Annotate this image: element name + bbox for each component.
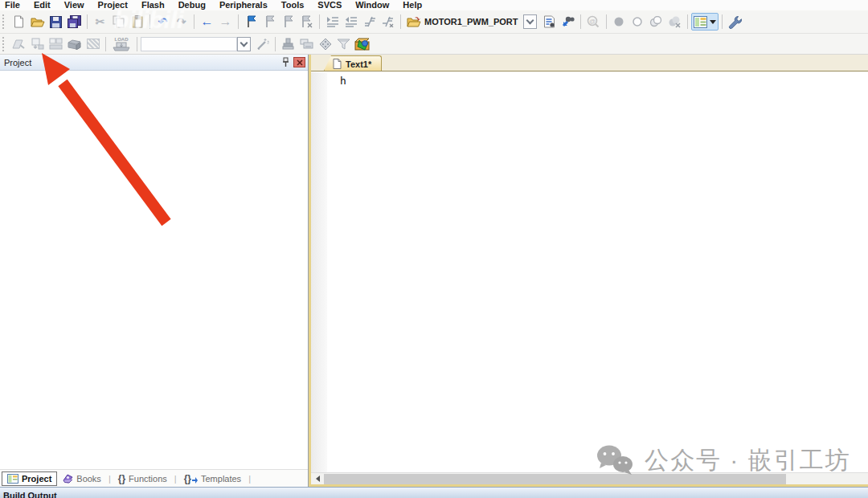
cut-icon[interactable]: ✂ [91, 13, 109, 31]
manage-multiproject-icon[interactable] [297, 36, 316, 52]
menu-tools[interactable]: Tools [281, 0, 305, 10]
rebuild-icon[interactable] [47, 36, 65, 52]
tab-books[interactable]: Books [57, 471, 106, 485]
find-combo-value[interactable]: MOTOR1_PWM_PORT [423, 17, 523, 27]
navigate-forward-icon[interactable]: → [216, 13, 235, 31]
menu-flash[interactable]: Flash [141, 0, 165, 10]
tab-project[interactable]: Project [2, 471, 57, 486]
find-edit-icon[interactable] [540, 13, 559, 31]
open-folder-icon[interactable] [28, 13, 47, 31]
tab-books-label: Books [76, 474, 101, 484]
debug-restore-views-button[interactable] [691, 13, 719, 31]
books-icon [62, 473, 73, 484]
paste-icon[interactable] [128, 13, 146, 31]
pack-installer-icon[interactable] [353, 36, 371, 52]
manage-project-items-icon[interactable] [279, 36, 297, 52]
build-icon[interactable] [28, 36, 47, 52]
project-tree[interactable] [0, 71, 308, 469]
disable-all-breakpoints-icon[interactable] [647, 13, 665, 31]
comment-icon[interactable] [360, 13, 379, 31]
open-search-icon[interactable] [404, 13, 423, 31]
indent-left-icon[interactable] [342, 13, 360, 31]
separator [137, 37, 137, 51]
menu-edit[interactable]: Edit [34, 0, 51, 10]
separator [275, 37, 276, 51]
scroll-left-button[interactable] [311, 473, 324, 484]
menu-svcs[interactable]: SVCS [317, 0, 342, 10]
find-combo-dropdown[interactable] [523, 14, 537, 29]
editor-tabbar: Text1* [311, 55, 868, 71]
tab-templates[interactable]: {} Templates [179, 471, 246, 486]
menu-debug[interactable]: Debug [178, 0, 206, 10]
main-area: Project Project Books | {} [0, 55, 868, 487]
chevron-down-icon [240, 39, 248, 47]
copy-icon[interactable] [109, 13, 128, 31]
menu-help[interactable]: Help [403, 0, 422, 10]
select-packs-icon[interactable] [334, 36, 353, 52]
select-target-dropdown[interactable] [237, 37, 251, 51]
separator [400, 14, 401, 29]
hatch-pattern [87, 39, 100, 49]
insert-bookmark-icon[interactable] [242, 13, 260, 31]
build-output-label: Build Output [3, 491, 57, 498]
download-load-icon[interactable]: LOAD [109, 37, 133, 51]
find-at-icon[interactable]: @ [584, 13, 603, 31]
separator [319, 14, 320, 29]
editor-content[interactable]: h [311, 71, 868, 472]
undo-icon[interactable]: ↶ [154, 13, 172, 31]
editor-tab-text1[interactable]: Text1* [324, 55, 382, 71]
horizontal-scrollbar[interactable] [311, 472, 868, 484]
menu-peripherals[interactable]: Peripherals [219, 0, 268, 10]
separator [238, 14, 239, 29]
build-toolbar: LOAD [0, 34, 868, 55]
scroll-left-icon [316, 476, 320, 482]
menu-project[interactable]: Project [98, 0, 128, 10]
kill-all-breakpoints-icon[interactable] [665, 13, 684, 31]
stop-build-icon[interactable] [84, 36, 102, 52]
menu-view[interactable]: View [64, 0, 84, 10]
configure-uvision-icon[interactable] [726, 13, 744, 31]
project-panel-title: Project [4, 58, 31, 67]
save-all-icon[interactable] [65, 13, 84, 31]
tab-functions[interactable]: {} Functions [113, 471, 172, 486]
project-panel: Project Project Books | {} [0, 55, 309, 487]
save-icon[interactable] [47, 13, 65, 31]
separator [580, 14, 581, 29]
pin-icon[interactable] [281, 57, 290, 67]
navigate-back-icon[interactable]: ← [198, 13, 216, 31]
close-icon[interactable] [293, 57, 305, 67]
next-bookmark-icon[interactable] [260, 13, 279, 31]
svg-text:@: @ [589, 18, 596, 25]
tab-templates-label: Templates [201, 474, 241, 484]
batch-build-icon[interactable] [65, 36, 84, 52]
uncomment-icon[interactable] [379, 13, 397, 31]
separator [194, 14, 194, 29]
editor-tab-label: Text1* [346, 59, 371, 69]
previous-bookmark-icon[interactable] [279, 13, 297, 31]
project-panel-tabstrip: Project Books | {} Functions | {} Templa… [0, 469, 308, 487]
build-output-caption[interactable]: Build Output [0, 487, 868, 498]
find-in-files-icon[interactable] [559, 13, 577, 31]
new-file-icon[interactable] [10, 13, 28, 31]
indent-right-icon[interactable] [323, 13, 342, 31]
insert-breakpoint-icon[interactable] [610, 13, 628, 31]
menu-file[interactable]: File [5, 0, 20, 10]
redo-icon[interactable]: ↷ [172, 13, 190, 31]
separator [606, 14, 607, 29]
toolbar-grip[interactable] [2, 37, 7, 51]
editor-text[interactable]: h [327, 72, 346, 472]
clear-bookmarks-icon[interactable] [297, 13, 316, 31]
translate-icon[interactable] [10, 36, 28, 52]
options-for-target-icon[interactable] [253, 36, 272, 52]
scrollbar-track[interactable] [324, 473, 868, 484]
separator [149, 14, 150, 29]
windows-layout-icon [694, 16, 707, 28]
manage-rte-icon[interactable] [316, 36, 334, 52]
toolbar-grip[interactable] [2, 14, 7, 29]
select-target-combo[interactable] [141, 37, 237, 51]
enable-breakpoint-icon[interactable] [628, 13, 647, 31]
scrollbar-thumb[interactable] [324, 474, 786, 484]
braces-icon: {} [118, 473, 125, 484]
menu-window[interactable]: Window [355, 0, 389, 10]
editor-gutter [311, 72, 327, 472]
